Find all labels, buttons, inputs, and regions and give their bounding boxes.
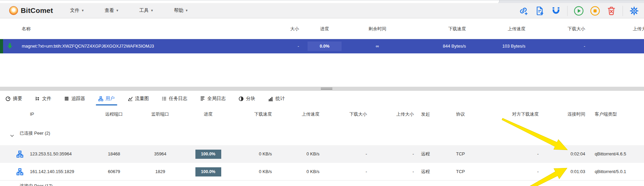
summary-gauge-icon [5,96,11,101]
stop-task-icon[interactable] [590,6,600,16]
detail-tab-bar: 摘要 文件 追踪器 用户 流量图 任务日志 全局日志 分块 [0,91,644,106]
peer-column-upload-speed[interactable]: 上传速度 [285,106,319,122]
peer-column-remote-port[interactable]: 远程端口 [98,106,130,122]
tab-global-log[interactable]: 全局日志 [200,91,226,106]
start-task-icon[interactable] [574,6,584,16]
column-header-uploaded[interactable]: 上传大小 [633,18,644,39]
download-arrow-icon [7,43,12,50]
pieces-icon [239,96,244,101]
peer-column-ip[interactable]: IP [30,106,94,122]
peer-dl-speed-of-peer: - [498,145,539,163]
peer-downloaded: - [333,145,367,163]
column-header-upload-speed[interactable]: 上传速度 [485,18,525,39]
column-header-download-speed[interactable]: 下载速度 [425,18,466,39]
app-title: BitComet [21,6,53,15]
peer-connect-time: 0:02:04 [551,145,585,163]
torrent-time-left: ∞ [356,39,399,53]
menu-view[interactable]: 查看▼ [101,5,122,16]
toolbar [518,3,639,18]
bitcomet-logo-icon [9,6,18,15]
caret-down-icon: ▼ [81,9,84,12]
add-torrent-file-icon[interactable] [535,6,545,16]
peer-group-connecting[interactable]: 连接中 Peer (17) [0,182,644,186]
peers-network-icon [98,96,103,101]
global-log-icon [200,96,205,101]
peer-listen-port: 35964 [144,145,176,163]
peer-dl-speed-of-peer: - [498,163,539,181]
peer-column-connect-time[interactable]: 连接时间 [551,106,585,122]
downloading-status-stripe [0,39,3,53]
chevron-down-icon [10,132,14,138]
column-header-name[interactable]: 名称 [22,18,226,39]
caret-down-icon: ▼ [116,9,119,12]
magnet-icon[interactable] [551,6,561,16]
torrent-row-selected[interactable]: magnet:?xt=urn:btih:XWZFQCN7Z4XGPJ6XGOXJ… [0,39,644,53]
peer-progress-badge: 100.0% [195,167,221,176]
toolbar-separator [623,6,623,16]
peer-download-speed: 0 KB/s [238,145,272,163]
torrent-list-header: 名称 大小 进度 剩余时间 下载速度 上传速度 下载大小 上传大小 [0,18,644,39]
peer-connect-time: 0:01:03 [551,163,585,181]
caret-down-icon: ▼ [185,9,188,12]
torrent-name: magnet:?xt=urn:btih:XWZFQCN7Z4XGPJ6XGOXJ… [22,39,226,53]
peer-group-label: 连接中 Peer (17) [20,182,53,186]
peer-column-listen-port[interactable]: 监听端口 [144,106,176,122]
traffic-chart-icon [128,96,133,101]
peer-column-downloaded[interactable]: 下载大小 [333,106,367,122]
peer-ip: 123.253.51.50:35964 [30,145,94,163]
settings-gear-icon[interactable] [629,6,639,16]
browser-tab-strip [0,0,644,3]
peer-progress-cell: 100.0% [190,163,226,181]
column-header-time-left[interactable]: 剩余时间 [356,18,399,39]
peer-column-download-speed[interactable]: 下载速度 [238,106,272,122]
torrent-size: - [258,39,299,53]
peer-initiated: 远程 [415,145,436,163]
peer-initiated: 远程 [415,163,436,181]
pane-splitter[interactable] [0,87,644,91]
column-header-progress[interactable]: 进度 [304,18,345,39]
tab-statistics[interactable]: 统计 [268,91,285,106]
peer-client-type: qBittorrent/5.0.1 [595,163,644,181]
peer-downloaded: - [333,163,367,181]
peer-column-uploaded[interactable]: 上传大小 [380,106,414,122]
menu-tools[interactable]: 工具▼ [136,5,157,16]
peer-row[interactable]: 123.253.51.50:35964 18468 35964 100.0% 0… [0,145,644,163]
splitter-grip-icon [321,89,332,90]
tab-traffic-graph[interactable]: 流量图 [128,91,149,106]
delete-task-icon[interactable] [606,6,616,16]
peer-upload-speed: 0 KB/s [285,145,319,163]
peer-download-speed: 0 KB/s [238,163,272,181]
peer-row[interactable]: 161.142.140.155:1829 60679 1829 100.0% 0… [0,163,644,181]
peer-protocol: TCP [450,145,471,163]
peer-column-protocol[interactable]: 协议 [450,106,471,122]
peer-listen-port: 1829 [144,163,176,181]
peer-column-peer-dl-speed[interactable]: 对方下载速度 [498,106,539,122]
peer-remote-port: 18468 [98,145,130,163]
column-header-size[interactable]: 大小 [258,18,299,39]
torrent-progress-cell: 0.0% [304,39,345,53]
splitter-grip-icon [321,88,332,88]
bitcomet-window: BitComet 文件▼ 查看▼ 工具▼ 帮助▼ [0,0,644,186]
statistics-icon [268,96,273,101]
task-log-icon [162,96,167,101]
peer-upload-speed: 0 KB/s [285,163,319,181]
caret-down-icon: ▼ [151,9,154,12]
tab-pieces[interactable]: 分块 [239,91,255,106]
peer-uploaded: - [380,145,414,163]
menu-file[interactable]: 文件▼ [67,5,88,16]
tab-files[interactable]: 文件 [35,91,51,106]
menu-help[interactable]: 帮助▼ [171,5,192,16]
column-header-downloaded[interactable]: 下载大小 [544,18,585,39]
peer-protocol: TCP [450,163,471,181]
peer-column-initiated[interactable]: 发起 [415,106,436,122]
peer-column-progress[interactable]: 进度 [190,106,226,122]
tab-summary[interactable]: 摘要 [5,91,22,106]
tab-peers[interactable]: 用户 [98,91,115,106]
add-link-icon[interactable] [518,6,528,16]
peer-group-connected[interactable]: 已连接 Peer (2) [0,126,644,141]
tab-trackers[interactable]: 追踪器 [64,91,85,106]
peer-column-client-type[interactable]: 客户端类型 [595,106,644,122]
torrent-progress-badge: 0.0% [308,41,342,51]
torrent-downloaded: - [544,39,585,53]
tab-task-log[interactable]: 任务日志 [162,91,187,106]
